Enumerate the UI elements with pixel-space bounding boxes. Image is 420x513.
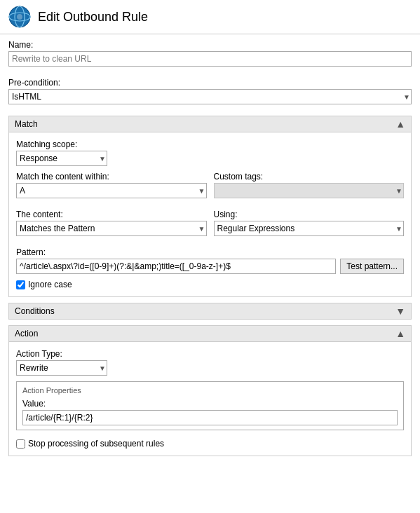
pattern-row: Test pattern... <box>16 259 404 274</box>
matching-scope-label: Matching scope: <box>16 139 404 149</box>
main-content: Name: Pre-condition: IsHTML (none) ▼ Mat… <box>0 34 420 467</box>
stop-processing-row: Stop processing of subsequent rules <box>16 439 404 449</box>
page-header: Edit Outbound Rule <box>0 0 420 34</box>
action-type-wrapper: Rewrite Redirect None ▼ <box>16 360 107 376</box>
match-content-label: Match the content within: <box>16 172 207 182</box>
action-panel-title: Action <box>15 329 38 338</box>
stop-processing-checkbox[interactable] <box>16 439 25 449</box>
custom-tags-wrapper: ▼ <box>214 183 405 198</box>
match-panel-header[interactable]: Match ▲ <box>9 116 411 132</box>
action-properties-label: Action Properties <box>22 386 398 395</box>
ignore-case-row: Ignore case <box>16 280 404 289</box>
the-content-wrapper: Matches the Pattern Does Not Match the P… <box>16 221 207 236</box>
using-section: Using: Regular Expressions Wildcards Exa… <box>214 210 405 236</box>
conditions-panel-header[interactable]: Conditions ▼ <box>9 303 411 319</box>
match-panel-body: Matching scope: Response Request ▼ Match… <box>9 132 411 296</box>
app-icon <box>8 6 31 28</box>
ignore-case-checkbox[interactable] <box>16 280 25 289</box>
custom-tags-select[interactable] <box>214 183 405 198</box>
action-panel: Action ▲ Action Type: Rewrite Redirect N… <box>8 325 412 456</box>
custom-tags-label: Custom tags: <box>214 172 405 182</box>
the-content-select[interactable]: Matches the Pattern Does Not Match the P… <box>16 221 207 236</box>
match-content-wrapper: A IMG FORM ▼ <box>16 183 207 198</box>
pattern-label: Pattern: <box>16 247 404 257</box>
page-title: Edit Outbound Rule <box>38 10 148 25</box>
test-pattern-button[interactable]: Test pattern... <box>340 259 404 274</box>
the-content-label: The content: <box>16 210 207 219</box>
value-input[interactable] <box>22 410 398 425</box>
name-section: Name: <box>8 40 412 67</box>
name-label: Name: <box>8 40 412 50</box>
svg-point-3 <box>17 14 22 20</box>
action-type-select[interactable]: Rewrite Redirect None <box>16 360 107 376</box>
precondition-label: Pre-condition: <box>8 78 412 88</box>
conditions-panel-title: Conditions <box>15 306 55 316</box>
match-content-within-section: Match the content within: A IMG FORM ▼ <box>16 172 207 198</box>
custom-tags-section: Custom tags: ▼ <box>214 172 405 198</box>
name-input[interactable] <box>8 51 412 67</box>
conditions-panel: Conditions ▼ <box>8 303 412 320</box>
precondition-section: Pre-condition: IsHTML (none) ▼ <box>8 78 412 104</box>
precondition-select[interactable]: IsHTML (none) <box>8 89 412 104</box>
conditions-collapse-button[interactable]: ▼ <box>395 306 405 316</box>
action-type-label: Action Type: <box>16 349 404 359</box>
value-label: Value: <box>22 399 398 409</box>
matching-scope-wrapper: Response Request ▼ <box>16 151 107 166</box>
match-panel: Match ▲ Matching scope: Response Request… <box>8 116 412 297</box>
matching-scope-select[interactable]: Response Request <box>16 151 107 166</box>
action-panel-body: Action Type: Rewrite Redirect None ▼ Act… <box>9 342 411 456</box>
match-panel-title: Match <box>15 119 38 129</box>
stop-processing-label: Stop processing of subsequent rules <box>28 439 164 449</box>
match-content-select[interactable]: A IMG FORM <box>16 183 207 198</box>
using-select[interactable]: Regular Expressions Wildcards Exact Matc… <box>214 221 405 236</box>
using-wrapper: Regular Expressions Wildcards Exact Matc… <box>214 221 405 236</box>
action-panel-header[interactable]: Action ▲ <box>9 326 411 342</box>
ignore-case-label: Ignore case <box>28 280 72 289</box>
match-collapse-button[interactable]: ▲ <box>395 119 405 129</box>
action-properties-box: Action Properties Value: <box>16 381 404 430</box>
pattern-input[interactable] <box>16 259 336 274</box>
using-label: Using: <box>214 210 405 219</box>
precondition-select-wrapper: IsHTML (none) ▼ <box>8 89 412 104</box>
action-collapse-button[interactable]: ▲ <box>395 329 405 338</box>
the-content-section: The content: Matches the Pattern Does No… <box>16 210 207 236</box>
